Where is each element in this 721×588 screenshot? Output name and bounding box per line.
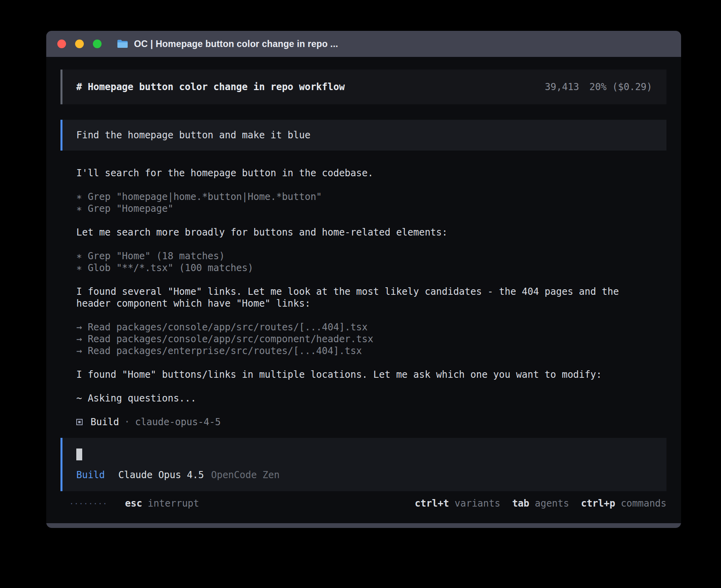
folder-icon bbox=[117, 39, 128, 49]
token-count: 39,413 bbox=[545, 81, 579, 92]
shortcut-interrupt: esc interrupt bbox=[125, 498, 199, 509]
minimize-button[interactable] bbox=[75, 40, 84, 48]
assistant-message-line: header component which have "Home" links… bbox=[76, 298, 651, 309]
tool-call-line: → Read packages/console/app/src/routes/[… bbox=[76, 321, 651, 333]
agent-name: Build bbox=[91, 416, 119, 428]
text-cursor bbox=[76, 449, 82, 460]
close-button[interactable] bbox=[57, 40, 66, 48]
tool-call-line: ∗ Grep "Home" (18 matches) bbox=[76, 250, 651, 262]
model-provider-label: OpenCode Zen bbox=[211, 469, 279, 481]
tool-call-group: → Read packages/console/app/src/routes/[… bbox=[76, 321, 651, 357]
assistant-message-line: Let me search more broadly for buttons a… bbox=[76, 226, 651, 238]
active-agent-label: Build bbox=[76, 469, 105, 481]
session-title: # Homepage button color change in repo w… bbox=[76, 81, 345, 92]
shortcut-label: commands bbox=[621, 498, 666, 509]
active-model-label: Claude Opus 4.5 bbox=[118, 469, 204, 481]
spinner-dots: ········ bbox=[69, 498, 107, 509]
assistant-message: Let me search more broadly for buttons a… bbox=[76, 226, 651, 238]
shortcut-key: ctrl+t bbox=[415, 498, 449, 509]
shortcut-agents: tab agents bbox=[512, 498, 569, 509]
tool-call-group: ∗ Grep "Home" (18 matches) ∗ Glob "**/*.… bbox=[76, 250, 651, 274]
tool-call-line: ∗ Glob "**/*.tsx" (100 matches) bbox=[76, 262, 651, 274]
assistant-message-line: I found several "Home" links. Let me loo… bbox=[76, 286, 651, 298]
tool-call-line: → Read packages/console/app/src/componen… bbox=[76, 333, 651, 345]
titlebar: OC | Homepage button color change in rep… bbox=[46, 31, 681, 57]
shortcut-commands: ctrl+p commands bbox=[581, 498, 666, 509]
status-bar: ········ esc interrupt ctrl+t variants t… bbox=[60, 498, 666, 509]
asking-questions-line: ~ Asking questions... bbox=[76, 392, 651, 404]
shortcut-label: variants bbox=[455, 498, 500, 509]
shortcut-variants: ctrl+t variants bbox=[415, 498, 500, 509]
agent-status-line: Build · claude-opus-4-5 bbox=[76, 416, 651, 428]
status-bar-left: ········ esc interrupt bbox=[69, 498, 199, 509]
assistant-message: I found "Home" buttons/links in multiple… bbox=[76, 369, 651, 381]
model-id: claude-opus-4-5 bbox=[135, 416, 221, 428]
window-bottom-edge bbox=[46, 523, 681, 528]
terminal-window: OC | Homepage button color change in rep… bbox=[46, 31, 681, 528]
shortcut-label: agents bbox=[535, 498, 569, 509]
window-title: OC | Homepage button color change in rep… bbox=[134, 39, 338, 49]
tool-call-line: ∗ Grep "Homepage" bbox=[76, 203, 651, 215]
tool-call-line: → Read packages/enterprise/src/routes/[.… bbox=[76, 345, 651, 357]
separator-dot: · bbox=[124, 416, 130, 428]
session-meta: 39,413 20% ($0.29) bbox=[545, 81, 652, 92]
user-message: Find the homepage button and make it blu… bbox=[60, 120, 666, 151]
assistant-message: I found several "Home" links. Let me loo… bbox=[76, 286, 651, 309]
assistant-message: I'll search for the homepage button in t… bbox=[76, 167, 651, 179]
shortcut-key: ctrl+p bbox=[581, 498, 615, 509]
context-usage: 20% ($0.29) bbox=[589, 81, 652, 92]
zoom-button[interactable] bbox=[93, 40, 102, 48]
assistant-message-line: I found "Home" buttons/links in multiple… bbox=[76, 369, 651, 381]
shortcut-label: interrupt bbox=[148, 498, 199, 509]
model-status-line: Build Claude Opus 4.5 OpenCode Zen bbox=[76, 469, 655, 481]
traffic-lights bbox=[57, 40, 102, 48]
session-header: # Homepage button color change in repo w… bbox=[60, 70, 666, 104]
assistant-message-line: I'll search for the homepage button in t… bbox=[76, 167, 651, 179]
shortcut-key: tab bbox=[512, 498, 529, 509]
terminal-content: # Homepage button color change in repo w… bbox=[46, 57, 681, 523]
tool-call-group: ∗ Grep "homepage|home.*button|Home.*butt… bbox=[76, 191, 651, 215]
shortcut-key: esc bbox=[125, 498, 142, 509]
prompt-input[interactable]: Build Claude Opus 4.5 OpenCode Zen bbox=[60, 438, 666, 491]
tool-call-line: ∗ Grep "homepage|home.*button|Home.*butt… bbox=[76, 191, 651, 203]
assistant-status: ~ Asking questions... bbox=[76, 392, 651, 404]
transcript: I'll search for the homepage button in t… bbox=[60, 167, 666, 428]
user-message-text: Find the homepage button and make it blu… bbox=[76, 130, 310, 141]
status-bar-right: ctrl+t variants tab agents ctrl+p comman… bbox=[415, 498, 666, 509]
agent-icon bbox=[76, 419, 83, 425]
